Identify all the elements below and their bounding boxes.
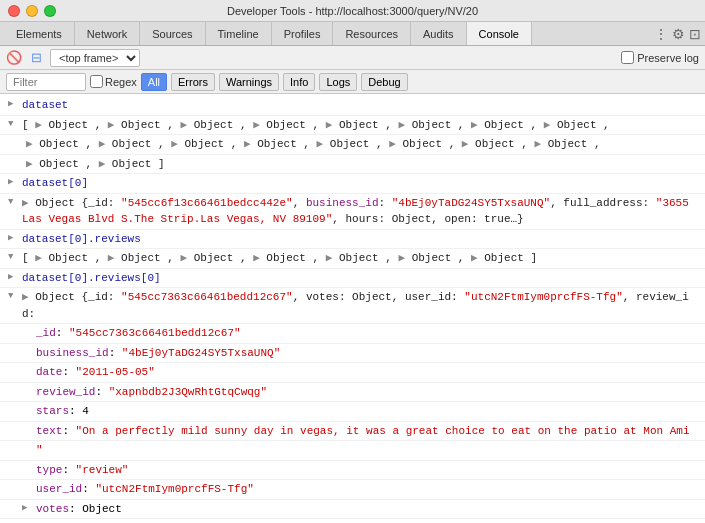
spacer [22,344,36,346]
spacer [22,402,36,404]
console-text: votes: Object [36,500,701,519]
expand-arrow-icon: ▼ [8,116,22,132]
filter-warnings-btn[interactable]: Warnings [219,73,279,91]
list-item[interactable]: ▶ dataset[0].reviews [0,230,705,250]
preserve-log-label[interactable]: Preserve log [621,51,699,64]
console-text: dataset [22,96,701,115]
spacer [22,363,36,365]
filter-all-btn[interactable]: All [141,73,167,91]
expand-arrow-icon: ▶ [8,174,22,190]
console-text: business_id: "4bEj0yTaDG24SY5TxsaUNQ" [36,344,701,363]
filter-debug-btn[interactable]: Debug [361,73,407,91]
console-text: " [36,441,701,460]
frame-selector[interactable]: <top frame> [50,49,140,67]
console-text: text: "On a perfectly mild sunny day in … [36,422,701,441]
filter-logs-btn[interactable]: Logs [319,73,357,91]
title-bar: Developer Tools - http://localhost:3000/… [0,0,705,22]
list-item: _id: "545cc7363c66461bedd12c67" [0,324,705,344]
console-text: stars: 4 [36,402,701,421]
list-item: business_id: "4bEj0yTaDG24SY5TxsaUNQ" [0,344,705,364]
expand-arrow-icon: ▼ [8,288,22,304]
list-item: ▼ [ ▶ Object , ▶ Object , ▶ Object , ▶ O… [0,116,705,136]
list-item[interactable]: ▶ dataset [0,96,705,116]
console-text: dataset[0] [22,174,701,193]
console-text: ▶ Object {_id: "545cc7363c66461bedd12c67… [22,288,701,323]
clear-console-icon[interactable]: 🚫 [6,50,22,66]
toolbar2: Regex All Errors Warnings Info Logs Debu… [0,70,705,94]
spacer [12,135,26,137]
list-item: user_id: "utcN2FtmIym0prcfFS-Tfg" [0,480,705,500]
minimize-button[interactable] [26,5,38,17]
dock-icon[interactable]: ⋮ [654,26,668,42]
list-item: review_id: "xapnbdb2J3QwRhtGtqCwqg" [0,383,705,403]
filter-input[interactable] [6,73,86,91]
filter-icon[interactable]: ⊟ [28,50,44,66]
tab-right-icons: ⋮ ⚙ ⊡ [654,22,705,45]
list-item[interactable]: ▶ dataset[0] [0,174,705,194]
spacer [22,422,36,424]
tab-network[interactable]: Network [75,22,140,45]
list-item: stars: 4 [0,402,705,422]
console-text: _id: "545cc7363c66461bedd12c67" [36,324,701,343]
tab-resources[interactable]: Resources [333,22,411,45]
regex-checkbox[interactable] [90,75,103,88]
expand-arrow-icon: ▼ [8,249,22,265]
console-text: user_id: "utcN2FtmIym0prcfFS-Tfg" [36,480,701,499]
list-item: text: "On a perfectly mild sunny day in … [0,422,705,442]
tab-sources[interactable]: Sources [140,22,205,45]
console-text: type: "review" [36,461,701,480]
console-text: date: "2011-05-05" [36,363,701,382]
console-text: dataset[0].reviews [22,230,701,249]
console-text: [ ▶ Object , ▶ Object , ▶ Object , ▶ Obj… [22,249,701,268]
expand-arrow-icon: ▼ [8,194,22,210]
list-item: ▶ Object , ▶ Object , ▶ Object , ▶ Objec… [0,135,705,155]
window-title: Developer Tools - http://localhost:3000/… [227,5,478,17]
console-text: __proto__: Object [36,519,701,523]
tab-elements[interactable]: Elements [4,22,75,45]
list-item[interactable]: ▶ votes: Object [0,500,705,520]
expand-arrow-icon: ▶ [8,269,22,285]
spacer [22,441,36,443]
spacer [22,480,36,482]
spacer [22,324,36,326]
spacer [12,155,26,157]
expand-arrow-icon: ▶ [8,96,22,112]
settings-icon[interactable]: ⚙ [672,26,685,42]
filter-info-btn[interactable]: Info [283,73,315,91]
spacer [22,383,36,385]
preserve-log-checkbox[interactable] [621,51,634,64]
list-item[interactable]: ▶ dataset[0].reviews[0] [0,269,705,289]
traffic-lights [8,5,56,17]
filter-errors-btn[interactable]: Errors [171,73,215,91]
console-text: ▶ Object , ▶ Object , ▶ Object , ▶ Objec… [26,135,701,154]
close-button[interactable] [8,5,20,17]
tab-bar: Elements Network Sources Timeline Profil… [0,22,705,46]
tab-profiles[interactable]: Profiles [272,22,334,45]
console-text: ▶ Object {_id: "545cc6f13c66461bedcc442e… [22,194,701,229]
list-item: ▼ ▶ Object {_id: "545cc6f13c66461bedcc44… [0,194,705,230]
console-text: ▶ Object , ▶ Object ] [26,155,701,174]
toolbar1: 🚫 ⊟ <top frame> Preserve log [0,46,705,70]
list-item: ▼ [ ▶ Object , ▶ Object , ▶ Object , ▶ O… [0,249,705,269]
undock-icon[interactable]: ⊡ [689,26,701,42]
list-item: type: "review" [0,461,705,481]
console-area[interactable]: ▶ dataset ▼ [ ▶ Object , ▶ Object , ▶ Ob… [0,94,705,523]
console-text: [ ▶ Object , ▶ Object , ▶ Object , ▶ Obj… [22,116,701,135]
expand-arrow-icon: ▶ [8,230,22,246]
maximize-button[interactable] [44,5,56,17]
regex-label[interactable]: Regex [90,75,137,88]
console-text: dataset[0].reviews[0] [22,269,701,288]
console-text: review_id: "xapnbdb2J3QwRhtGtqCwqg" [36,383,701,402]
expand-arrow-icon: ▶ [22,519,36,523]
list-item: " [0,441,705,461]
list-item: date: "2011-05-05" [0,363,705,383]
expand-arrow-icon: ▶ [22,500,36,516]
tab-audits[interactable]: Audits [411,22,467,45]
spacer [22,461,36,463]
list-item: ▼ ▶ Object {_id: "545cc7363c66461bedd12c… [0,288,705,324]
tab-console[interactable]: Console [467,22,532,45]
list-item: ▶ Object , ▶ Object ] [0,155,705,175]
tab-timeline[interactable]: Timeline [206,22,272,45]
list-item[interactable]: ▶ __proto__: Object [0,519,705,523]
